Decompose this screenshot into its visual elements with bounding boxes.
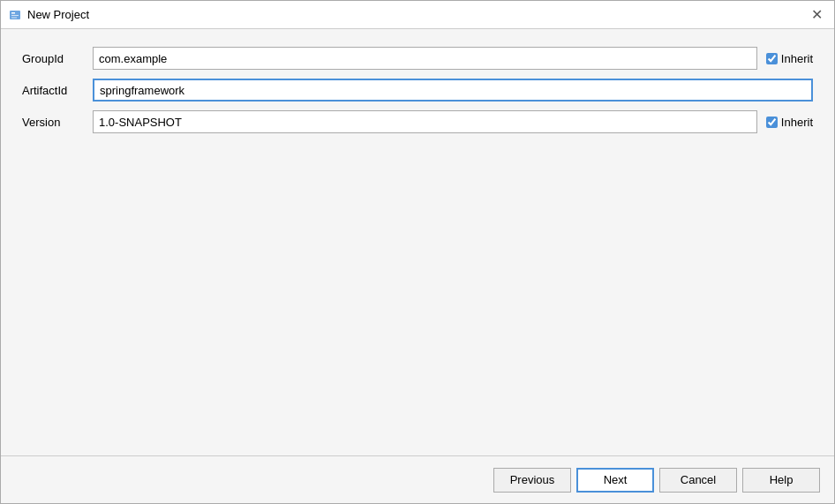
version-row: Version Inherit xyxy=(22,110,813,133)
artifact-id-input[interactable] xyxy=(93,79,813,102)
group-id-input[interactable] xyxy=(93,47,757,70)
version-inherit-checkbox[interactable] xyxy=(766,117,778,128)
project-icon xyxy=(8,8,22,22)
previous-button[interactable]: Previous xyxy=(493,468,571,493)
version-input[interactable] xyxy=(93,110,757,133)
form-content: GroupId Inherit ArtifactId Version Inher… xyxy=(1,29,834,455)
artifact-id-row: ArtifactId xyxy=(22,79,813,102)
title-bar: New Project ✕ xyxy=(1,1,834,29)
group-id-inherit-checkbox[interactable] xyxy=(766,53,778,64)
group-id-label: GroupId xyxy=(22,52,93,65)
group-id-inherit-label: Inherit xyxy=(781,52,813,65)
version-inherit-label: Inherit xyxy=(781,116,813,129)
version-inherit: Inherit xyxy=(766,116,813,129)
svg-rect-1 xyxy=(11,12,15,14)
help-button[interactable]: Help xyxy=(742,468,820,493)
svg-rect-2 xyxy=(11,15,19,16)
dialog-title: New Project xyxy=(27,8,89,21)
group-id-inherit: Inherit xyxy=(766,52,813,65)
next-button[interactable]: Next xyxy=(576,468,654,493)
close-button[interactable]: ✕ xyxy=(806,4,827,26)
dialog-footer: Previous Next Cancel Help xyxy=(1,455,834,503)
group-id-row: GroupId Inherit xyxy=(22,47,813,70)
title-bar-left: New Project xyxy=(8,8,89,22)
svg-rect-3 xyxy=(11,17,17,18)
new-project-dialog: New Project ✕ GroupId Inherit ArtifactId… xyxy=(0,0,835,504)
cancel-button[interactable]: Cancel xyxy=(659,468,737,493)
artifact-id-label: ArtifactId xyxy=(22,84,93,97)
version-label: Version xyxy=(22,116,93,129)
